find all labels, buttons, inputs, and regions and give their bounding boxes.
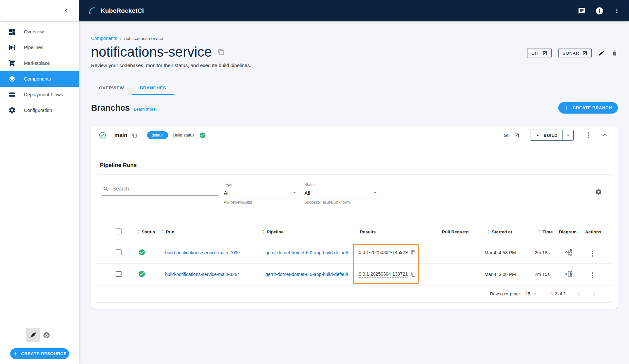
select-all-checkbox[interactable] [116,228,122,234]
column-header: Actions [585,229,601,234]
sort-icon[interactable] [486,229,491,234]
copy-icon[interactable] [411,272,416,277]
row-checkbox[interactable] [116,249,122,255]
chat-icon[interactable] [578,7,585,15]
build-dropdown-button[interactable] [562,130,573,140]
feather-icon [29,332,37,339]
result-value[interactable]: 0.0.1-20250304-130721 [359,271,408,278]
git-button[interactable]: GIT [527,48,552,58]
create-resource-label: CREATE RESOURCE [21,351,67,356]
breadcrumb-separator: / [120,36,121,41]
sidebar-item-overview[interactable]: Overview [0,24,79,40]
edit-button[interactable] [598,50,605,56]
external-link-icon [582,51,587,56]
time-cell: 2m 18s [533,242,556,264]
sidebar-collapse-icon[interactable] [64,8,69,13]
sidebar: Overview Pipelines Marketplace Component… [0,0,79,364]
branch-git-link[interactable]: GIT [504,133,519,138]
run-success-icon [138,249,145,256]
pipeline-runs-heading: Pipeline Runs [96,145,613,169]
sidebar-item-marketplace[interactable]: Marketplace [0,55,79,71]
previous-page-button[interactable] [576,291,581,297]
breadcrumb: Components / notifications-service [91,36,618,41]
sidebar-item-pipelines[interactable]: Pipelines [0,40,79,55]
column-header[interactable]: Run [166,229,174,234]
result-value[interactable]: 0.0.1-20250304-145929 [359,250,408,256]
sonar-button[interactable]: SONAR [558,48,592,58]
run-success-icon [138,270,145,278]
collapse-accordion-button[interactable] [601,132,608,138]
sort-icon[interactable] [537,229,542,234]
pagination: Rows per page: 15 1–2 of 2 [96,285,613,302]
sort-icon[interactable] [136,229,141,234]
next-page-button[interactable] [591,291,597,297]
copy-icon[interactable] [218,49,224,55]
sonar-button-label: SONAR [562,51,579,56]
stacked-bars-icon [8,91,16,99]
branch-kebab-menu[interactable] [587,131,591,139]
branch-header-row[interactable]: main default Build status GIT [91,126,618,145]
column-header[interactable]: Pipeline [267,229,284,234]
sidebar-item-components[interactable]: Components [0,71,79,87]
git-button-label: GIT [531,51,539,56]
column-header[interactable]: Time [543,229,553,234]
create-resource-button[interactable]: CREATE RESOURCE [10,348,69,359]
row-kebab-menu[interactable] [590,271,594,280]
learn-more-link[interactable]: Learn more. [134,107,157,112]
column-header[interactable]: Started at [492,229,512,234]
search-input[interactable] [112,186,219,192]
branch-name: main [114,132,127,138]
tab-branches[interactable]: BRANCHES [132,82,174,95]
breadcrumb-current: notifications-service [124,36,163,41]
pipeline-link[interactable]: gerrit-dotnet-dotnet-6.0-app-build-defau… [265,272,348,277]
pipeline-link[interactable]: gerrit-dotnet-dotnet-6.0-app-build-defau… [265,250,348,255]
pipeline-runs-table: Status Run Pipeline Results Pull Request [96,222,613,285]
run-link[interactable]: build-notifications-service-main-3264 [165,272,240,277]
feather-view-toggle-button[interactable] [26,328,40,342]
column-header: Diagram [559,229,577,234]
diagram-tree-icon[interactable] [565,248,573,256]
sort-icon[interactable] [160,229,165,234]
gear-icon [8,106,16,114]
sort-icon[interactable] [261,229,266,234]
kubernetes-view-toggle-button[interactable] [40,328,53,342]
rows-per-page-select[interactable]: 15 [525,291,538,297]
pull-request-cell [440,242,483,264]
table-row: build-notifications-service-main-3264 ge… [96,264,613,285]
plus-icon [13,351,18,356]
topbar-actions [578,7,620,15]
row-checkbox[interactable] [116,271,122,277]
plus-icon [564,105,569,111]
type-select-label: Type [224,182,299,187]
create-branch-button[interactable]: CREATE BRANCH [558,102,618,114]
pencil-icon [598,50,605,56]
sidebar-item-configuration[interactable]: Configuration [0,102,79,118]
type-select[interactable]: Type All All/Review/Build [224,182,299,222]
row-kebab-menu[interactable] [590,249,594,258]
copy-icon[interactable] [132,133,137,138]
sidebar-item-deployment-flows[interactable]: Deployment Flows [0,87,79,102]
dashboard-icon [8,28,16,36]
cart-icon [8,59,16,67]
column-header[interactable]: Status [142,229,155,234]
header-actions: GIT SONAR [527,48,618,58]
status-select[interactable]: Status All Success/Failure/Unknown [304,182,380,222]
sidebar-bottom: CREATE RESOURCE [0,328,79,359]
kebab-menu-icon[interactable] [614,8,620,14]
caret-down-icon [372,189,378,196]
build-button[interactable]: BUILD [530,130,562,140]
diagram-tree-icon[interactable] [565,270,573,278]
delete-button[interactable] [611,50,618,56]
breadcrumb-components-link[interactable]: Components [91,36,117,41]
rows-per-page-value: 15 [525,291,530,296]
sidebar-item-label: Components [24,76,51,82]
tab-overview[interactable]: OVERVIEW [91,82,132,95]
copy-icon[interactable] [411,250,416,255]
branch-header-actions: GIT BUILD [504,130,608,141]
table-row: build-notifications-service-main-703e ge… [96,242,613,264]
run-link[interactable]: build-notifications-service-main-703e [165,250,240,255]
info-icon[interactable] [595,7,604,15]
sidebar-item-label: Configuration [24,108,52,113]
table-settings-gear-icon[interactable] [595,188,602,195]
pull-request-cell [440,264,483,285]
